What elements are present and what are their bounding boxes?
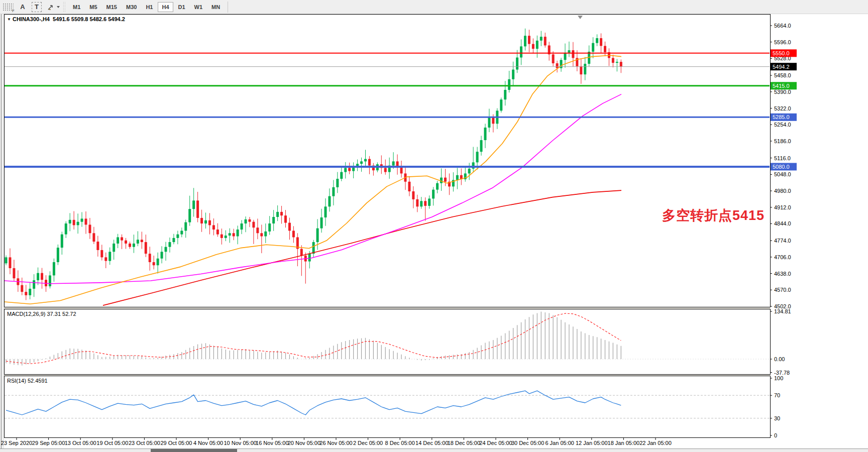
price-axis[interactable] [770, 14, 868, 437]
symbol-dropdown-icon[interactable]: ▼ [7, 17, 11, 22]
chart-title-ohlc: 5491.6 5509.8 5482.6 5494.2 [53, 16, 125, 22]
mt4-window: F A T M1M5M15M30H1H4D1W1MN 5664.05596.05… [0, 0, 868, 452]
chart-annotation-text: 多空转折点5415 [662, 206, 765, 224]
time-axis[interactable] [4, 437, 770, 448]
macd-indicator-label: MACD(12,26,9) 37.31 52.72 [7, 311, 76, 317]
chart-title: ▼ CHINA300-,H4 5491.6 5509.8 5482.6 5494… [7, 16, 125, 22]
rsi-indicator-label: RSI(14) 52.4591 [7, 378, 48, 384]
chart-canvas[interactable]: 5664.05596.05528.05458.05390.05322.05254… [0, 0, 868, 452]
horizontal-scrollbar[interactable] [0, 448, 868, 452]
chart-title-symbol: CHINA300-,H4 [13, 16, 50, 22]
